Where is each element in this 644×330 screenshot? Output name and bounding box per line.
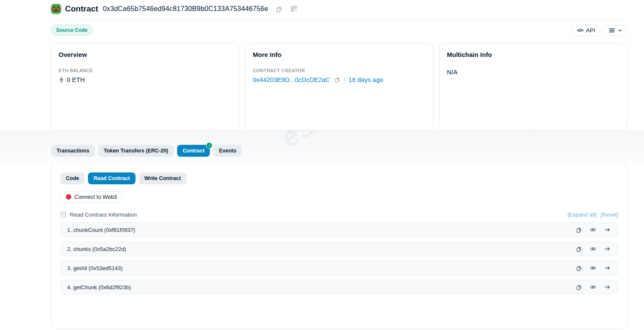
more-info-card: More Info CONTRACT CREATOR 0x44203E9D...… [245, 43, 433, 130]
page: Contract 0x3dCa65b7546ed94c81730B9b0C133… [51, 0, 627, 328]
tab-contract[interactable]: Contract ✓ [177, 145, 210, 157]
tab-token-transfers[interactable]: Token Transfers (ERC-20) [98, 145, 174, 157]
function-label: 2. chunks (0x5a2bc22d) [67, 246, 126, 252]
creator-address-link[interactable]: 0x44203E9D...0cDcDE2aC [253, 76, 330, 83]
contract-address: 0x3dCa65b7546ed94c81730B9b0C133A75344675… [103, 5, 268, 13]
checklist-icon [609, 27, 615, 34]
arrow-right-icon [604, 284, 610, 290]
contract-creator-row: 0x44203E9D...0cDcDE2aC | 18 days ago [253, 76, 426, 84]
tab-events[interactable]: Events [213, 145, 242, 157]
expand-row-button[interactable] [603, 226, 611, 234]
arrow-right-icon [604, 246, 610, 252]
copy-method-id-button[interactable] [575, 226, 583, 234]
copy-icon [275, 6, 282, 13]
toolbar: Source Code </> API [51, 21, 627, 39]
contract-subtabs: Code Read Contract Write Contract [60, 172, 618, 184]
source-code-badge: Source Code [51, 25, 93, 36]
function-label: 3. getAll (0x53ed5143) [67, 265, 123, 271]
section-title: Read Contract Information [70, 212, 137, 218]
overview-card: Overview ETH BALANCE 0 ETH [51, 43, 239, 130]
expand-row-button[interactable] [603, 264, 611, 272]
identicon [51, 4, 61, 14]
multichain-card: Multichain Info N/A [439, 43, 627, 130]
function-row-actions [575, 283, 611, 291]
reset-link[interactable]: [Reset] [601, 212, 618, 218]
eth-icon [59, 76, 64, 83]
contract-panel: Code Read Contract Write Contract Connec… [51, 162, 627, 328]
permalink-button[interactable] [589, 245, 597, 253]
connect-web3-button[interactable]: Connect to Web3 [60, 191, 122, 203]
copy-icon [576, 246, 582, 252]
connection-status-icon [66, 194, 71, 200]
link-icon [590, 284, 596, 290]
expand-row-button[interactable] [603, 283, 611, 291]
copy-icon [576, 227, 582, 233]
copy-icon [334, 76, 340, 83]
copy-icon [576, 284, 582, 291]
creation-tx-link[interactable]: 18 days ago [348, 76, 383, 83]
expand-all-link[interactable]: [Expand all] [568, 212, 596, 218]
api-button[interactable]: </> API [572, 25, 600, 36]
link-icon [590, 246, 596, 252]
function-row[interactable]: 1. chunkCount (0xf91f0937) [60, 223, 618, 237]
multichain-value: N/A [447, 68, 620, 76]
expand-row-button[interactable] [603, 245, 611, 253]
contract-creator-label: CONTRACT CREATOR [253, 68, 426, 73]
divider: | [344, 76, 345, 83]
section-actions: [Expand all] [Reset] [568, 212, 618, 218]
function-row[interactable]: 4. getChunk (0x6d2f923b) [60, 280, 618, 294]
chevron-down-icon [618, 28, 622, 33]
copy-icon [576, 265, 582, 271]
card-title: Multichain Info [447, 51, 620, 58]
link-icon [590, 265, 596, 271]
subtab-code[interactable]: Code [60, 172, 85, 184]
code-icon: </> [577, 28, 583, 33]
copy-method-id-button[interactable] [575, 283, 583, 291]
card-title: Overview [59, 51, 232, 58]
copy-address-button[interactable] [274, 5, 283, 14]
qr-code-button[interactable] [290, 5, 298, 13]
function-label: 4. getChunk (0x6d2f923b) [67, 284, 131, 291]
permalink-button[interactable] [589, 283, 597, 291]
section-title-group: Read Contract Information [60, 211, 137, 218]
arrow-right-icon [604, 265, 610, 271]
view-options-button[interactable] [604, 25, 627, 36]
page-title: Contract [65, 4, 98, 14]
contract-avatar [51, 4, 61, 14]
function-label: 1. chunkCount (0xf91f0937) [67, 227, 135, 233]
document-icon [60, 211, 66, 218]
tab-contract-label: Contract [183, 148, 204, 154]
eth-balance-label: ETH BALANCE [59, 68, 232, 73]
qr-code-icon [291, 6, 297, 12]
permalink-button[interactable] [589, 226, 597, 234]
tabs: Transactions Token Transfers (ERC-20) Co… [51, 145, 627, 157]
function-row-actions [575, 226, 611, 234]
eth-balance-row: 0 ETH [59, 76, 232, 83]
copy-creator-button[interactable] [333, 76, 341, 84]
arrow-right-icon [604, 227, 610, 233]
verified-check-badge: ✓ [206, 142, 212, 149]
read-contract-section-header: Read Contract Information [Expand all] [… [60, 211, 618, 218]
function-row-actions [575, 245, 611, 253]
connect-web3-label: Connect to Web3 [74, 194, 117, 200]
permalink-button[interactable] [589, 264, 597, 272]
function-row-actions [575, 264, 611, 272]
copy-method-id-button[interactable] [575, 264, 583, 272]
info-cards: Overview ETH BALANCE 0 ETH More Info CON… [51, 43, 627, 130]
subtab-read-contract[interactable]: Read Contract [88, 172, 135, 184]
toolbar-actions: </> API [572, 25, 627, 36]
function-row[interactable]: 2. chunks (0x5a2bc22d) [60, 242, 618, 256]
subtab-write-contract[interactable]: Write Contract [139, 172, 186, 184]
copy-method-id-button[interactable] [575, 245, 583, 253]
function-row[interactable]: 3. getAll (0x53ed5143) [60, 261, 618, 275]
tab-transactions[interactable]: Transactions [51, 145, 95, 157]
card-title: More Info [253, 51, 426, 58]
link-icon [590, 227, 596, 233]
contract-header: Contract 0x3dCa65b7546ed94c81730B9b0C133… [51, 0, 627, 21]
api-button-label: API [586, 27, 595, 34]
eth-balance-value: 0 ETH [67, 76, 85, 83]
